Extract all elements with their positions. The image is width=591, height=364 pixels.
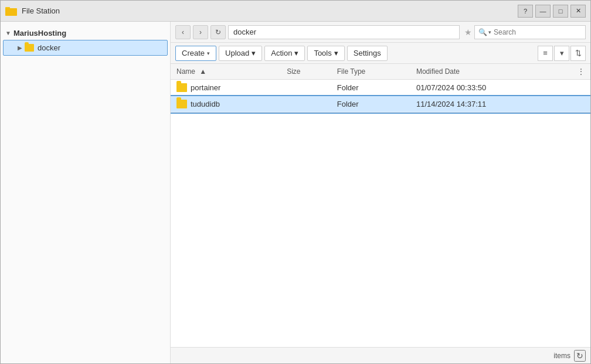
file-table: Name ▲ Size File Type Modified Date — [171, 64, 590, 113]
back-button[interactable]: ‹ — [175, 25, 191, 39]
upload-label: Upload — [225, 49, 249, 57]
col-filetype-label: File Type — [337, 67, 365, 76]
settings-label: Settings — [354, 49, 381, 57]
toolbar: Create ▾ Upload ▾ Action ▾ Tools ▾ Setti… — [171, 43, 590, 64]
status-bar: items ↻ — [171, 347, 590, 363]
col-size-label: Size — [287, 67, 300, 76]
create-button[interactable]: Create ▾ — [175, 46, 216, 61]
table-row[interactable]: tududidbFolder11/14/2024 14:37:11 — [171, 96, 590, 113]
sidebar-host-label[interactable]: ▼ MariusHosting — [1, 26, 170, 40]
folder-icon — [25, 44, 34, 52]
file-name-cell: portainer — [171, 80, 281, 96]
search-box: 🔍 ▾ — [474, 25, 586, 39]
search-dropdown[interactable]: 🔍 ▾ — [478, 28, 491, 36]
th-modified: Modified Date — [410, 64, 572, 80]
search-input[interactable] — [494, 28, 570, 36]
create-label: Create — [182, 49, 205, 57]
host-chevron-icon: ▼ — [5, 30, 11, 36]
file-size-cell — [281, 96, 331, 113]
app-title: File Station — [22, 6, 518, 15]
file-area: Name ▲ Size File Type Modified Date — [171, 64, 590, 347]
view-list-button[interactable]: ≡ — [538, 46, 553, 61]
sidebar-item-docker[interactable]: ▶ docker — [3, 40, 168, 56]
file-name-cell: tududidb — [171, 96, 281, 113]
main-content: ▼ MariusHosting ▶ docker ‹ › ↻ docker — [1, 22, 590, 363]
view-controls: ≡ ▾ ⇅ — [538, 46, 586, 61]
th-name: Name ▲ — [171, 64, 281, 80]
current-path: docker — [233, 28, 256, 36]
svg-rect-2 — [5, 8, 17, 16]
status-refresh-button[interactable]: ↻ — [574, 350, 586, 362]
nav-bar: ‹ › ↻ docker ★ 🔍 ▾ — [171, 22, 590, 43]
file-name: portainer — [191, 83, 220, 92]
file-table-header: Name ▲ Size File Type Modified Date — [171, 64, 590, 80]
action-arrow-icon: ▾ — [294, 49, 298, 57]
action-button[interactable]: Action ▾ — [264, 46, 305, 61]
tools-label: Tools — [314, 49, 331, 57]
folder-icon — [176, 83, 187, 92]
sidebar: ▼ MariusHosting ▶ docker — [1, 22, 171, 363]
host-name: MariusHosting — [13, 29, 66, 38]
search-arrow-icon: ▾ — [488, 29, 491, 35]
tools-button[interactable]: Tools ▾ — [307, 46, 344, 61]
right-panel: ‹ › ↻ docker ★ 🔍 ▾ Create — [171, 22, 590, 363]
help-button[interactable]: ? — [518, 5, 533, 18]
col-name-sort-icon: ▲ — [199, 67, 206, 76]
file-type-cell: Folder — [331, 96, 410, 113]
view-sort-button[interactable]: ⇅ — [570, 46, 586, 61]
favorite-star-icon[interactable]: ★ — [464, 28, 472, 37]
sidebar-item-label: docker — [38, 43, 60, 52]
sidebar-host: ▼ MariusHosting ▶ docker — [1, 22, 170, 60]
items-label: items — [553, 352, 570, 360]
upload-button[interactable]: Upload ▾ — [219, 46, 262, 61]
file-more-cell — [572, 96, 590, 113]
settings-button[interactable]: Settings — [347, 46, 388, 61]
file-table-body: portainerFolder01/07/2024 00:33:50tududi… — [171, 80, 590, 113]
file-size-cell — [281, 80, 331, 96]
path-input[interactable]: docker — [228, 25, 460, 39]
view-drop-button[interactable]: ▾ — [554, 46, 569, 61]
table-row[interactable]: portainerFolder01/07/2024 00:33:50 — [171, 80, 590, 96]
th-size: Size — [281, 64, 331, 80]
th-filetype: File Type — [331, 64, 410, 80]
folder-icon — [176, 100, 187, 108]
window-controls: ? — □ ✕ — [518, 5, 586, 18]
file-name: tududidb — [191, 100, 220, 108]
maximize-button[interactable]: □ — [553, 5, 568, 18]
refresh-nav-button[interactable]: ↻ — [210, 25, 226, 39]
app-window: File Station ? — □ ✕ ▼ MariusHosting ▶ d… — [0, 0, 591, 364]
close-button[interactable]: ✕ — [570, 5, 586, 18]
title-bar: File Station ? — □ ✕ — [1, 1, 590, 22]
upload-arrow-icon: ▾ — [252, 49, 256, 57]
th-more[interactable]: ⋮ — [572, 64, 590, 80]
app-icon — [5, 5, 17, 17]
forward-button[interactable]: › — [193, 25, 208, 39]
file-modified-cell: 11/14/2024 14:37:11 — [410, 96, 572, 113]
minimize-button[interactable]: — — [535, 5, 551, 18]
col-name-label: Name — [176, 67, 195, 76]
col-modified-label: Modified Date — [416, 67, 460, 76]
file-type-cell: Folder — [331, 80, 410, 96]
item-chevron-icon: ▶ — [18, 45, 22, 51]
tools-arrow-icon: ▾ — [334, 49, 338, 57]
create-arrow-icon: ▾ — [207, 50, 210, 56]
file-more-cell — [572, 80, 590, 96]
action-label: Action — [271, 49, 292, 57]
magnifier-icon: 🔍 — [478, 28, 487, 36]
file-modified-cell: 01/07/2024 00:33:50 — [410, 80, 572, 96]
